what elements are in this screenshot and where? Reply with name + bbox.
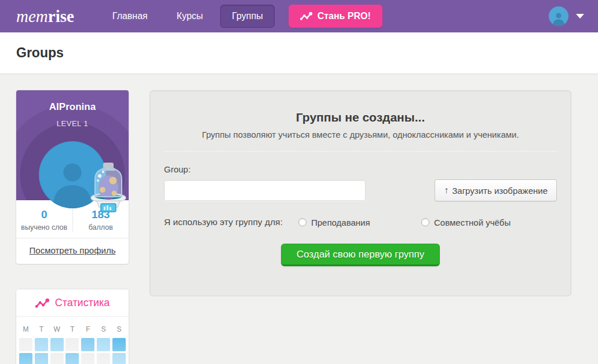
go-pro-label: Стань PRO! xyxy=(318,11,371,21)
stat-words: 0 выучено слов xyxy=(16,208,72,231)
activity-cell xyxy=(97,338,110,351)
page-title: Groups xyxy=(16,45,64,61)
profile-footer: Посмотреть профиль xyxy=(16,238,129,264)
usage-label: Я использую эту группу для: xyxy=(164,216,289,229)
go-pro-button[interactable]: Стань PRO! xyxy=(289,5,382,28)
radio-studying-together[interactable]: Совместной учёбы xyxy=(421,218,511,229)
activity-cell xyxy=(65,338,79,351)
activity-cell xyxy=(35,338,48,351)
nav-right xyxy=(549,6,584,26)
content-area: AlPronina LEVEL 1 xyxy=(0,74,598,364)
nav-links: Главная Курсы Группы xyxy=(101,5,275,28)
caret-down-icon[interactable] xyxy=(576,14,584,19)
upload-button-label: Загрузить изображение xyxy=(452,186,548,196)
radio-studying-label: Совместной учёбы xyxy=(434,218,511,227)
username: AlPronina xyxy=(16,90,129,113)
memrise-logo[interactable]: memrise xyxy=(16,8,74,25)
logo-rise: rise xyxy=(48,7,74,25)
chart-zigzag-icon xyxy=(300,12,312,21)
activity-cell xyxy=(19,338,32,351)
sidebar: AlPronina LEVEL 1 xyxy=(16,90,129,364)
day-label: W xyxy=(50,325,64,333)
activity-grid-row xyxy=(19,338,126,351)
activity-cell xyxy=(97,353,110,364)
profile-card: AlPronina LEVEL 1 xyxy=(16,90,129,264)
nav-item-home[interactable]: Главная xyxy=(101,5,159,28)
activity-cell xyxy=(112,338,126,351)
group-name-label: Group: xyxy=(164,164,191,174)
top-navbar: memrise Главная Курсы Группы Стань PRO! xyxy=(0,0,598,32)
group-name-input[interactable] xyxy=(164,180,366,201)
view-profile-link[interactable]: Посмотреть профиль xyxy=(30,245,116,255)
radio-teaching-label: Преподавания xyxy=(311,218,370,227)
create-button-row: Создай свою первую группу xyxy=(164,244,557,266)
statistics-title: Статистика xyxy=(55,297,110,309)
activity-cell xyxy=(81,353,94,364)
nav-item-groups[interactable]: Группы xyxy=(220,5,274,28)
logo-mem: mem xyxy=(16,7,48,25)
upload-image-button[interactable]: ↑ Загрузить изображение xyxy=(435,179,557,201)
usage-radio-row: Я использую эту группу для: Преподавания… xyxy=(164,216,557,229)
statistics-header: Статистика xyxy=(16,289,129,317)
activity-cell xyxy=(65,353,79,364)
profile-card-header: AlPronina LEVEL 1 xyxy=(16,90,129,200)
stat-words-value: 0 xyxy=(16,208,72,221)
hatching-egg-icon xyxy=(89,162,127,216)
stat-words-label: выучено слов xyxy=(16,223,72,231)
activity-cell xyxy=(50,353,64,364)
day-label: T xyxy=(35,325,48,333)
activity-cell xyxy=(35,353,48,364)
activity-cell xyxy=(50,338,64,351)
create-first-group-button[interactable]: Создай свою первую группу xyxy=(281,244,440,266)
upload-arrow-icon: ↑ xyxy=(444,185,448,196)
activity-cell xyxy=(81,338,94,351)
statistics-body: MTWTFSS xyxy=(16,317,129,364)
radio-circle-icon[interactable] xyxy=(421,218,429,226)
activity-cell xyxy=(19,353,32,364)
panel-subtitle: Группы позволяют учиться вместе с друзья… xyxy=(164,130,557,139)
weekday-row: MTWTFSS xyxy=(19,325,126,333)
panel-title: Группы не созданы... xyxy=(164,111,557,124)
activity-grid xyxy=(19,338,126,364)
radio-teaching[interactable]: Преподавания xyxy=(298,218,421,229)
day-label: S xyxy=(112,325,126,333)
user-avatar[interactable] xyxy=(549,6,568,26)
group-input-row: ↑ Загрузить изображение xyxy=(164,179,557,201)
page-header: Groups xyxy=(0,32,598,74)
stat-points-label: баллов xyxy=(73,223,129,231)
person-icon xyxy=(552,11,566,26)
chart-zigzag-icon xyxy=(35,298,49,308)
day-label: S xyxy=(97,325,110,333)
day-label: T xyxy=(65,325,79,333)
radio-circle-icon[interactable] xyxy=(298,218,307,226)
groups-empty-panel: Группы не созданы... Группы позволяют уч… xyxy=(150,90,571,296)
nav-item-courses[interactable]: Курсы xyxy=(165,5,215,28)
statistics-card: Статистика MTWTFSS xyxy=(16,289,129,364)
user-level: LEVEL 1 xyxy=(16,119,129,128)
activity-cell xyxy=(112,353,126,364)
activity-grid-row xyxy=(19,353,126,364)
day-label: F xyxy=(81,325,94,333)
dashed-divider xyxy=(164,151,557,152)
day-label: M xyxy=(19,325,32,333)
